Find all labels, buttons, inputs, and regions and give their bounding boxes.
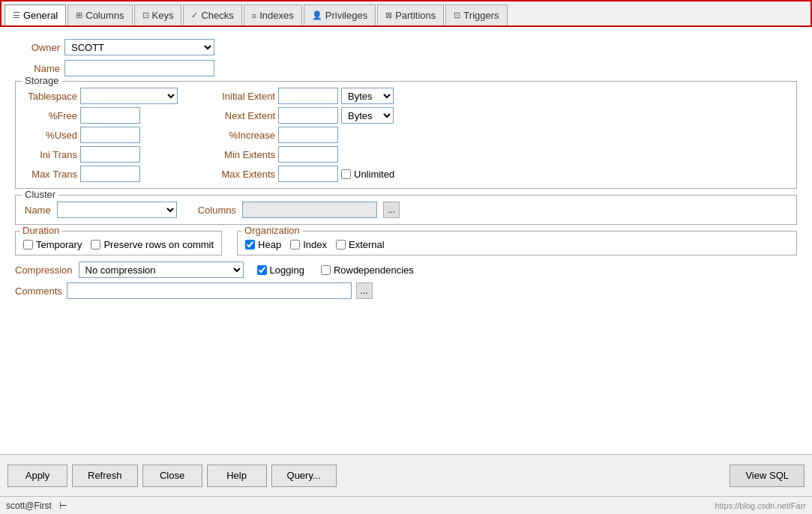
index-checkbox[interactable] — [290, 240, 300, 250]
tablespace-row: Tablespace — [25, 88, 178, 104]
owner-label: Owner — [15, 42, 60, 53]
index-row: Index — [290, 239, 327, 250]
cluster-columns-ellipsis[interactable]: ... — [383, 202, 400, 218]
temporary-label: Temporary — [36, 239, 82, 250]
maxtrans-input[interactable] — [80, 166, 140, 182]
privileges-icon: 👤 — [312, 10, 322, 20]
compression-row: Compression No compression Basic OLTP Qu… — [15, 261, 797, 278]
tab-general[interactable]: ☰ General — [4, 4, 66, 25]
min-extents-row: Min Extents — [208, 146, 394, 163]
keys-icon: ⊡ — [142, 10, 149, 20]
logging-checkbox[interactable] — [257, 265, 267, 275]
status-pin-icon: ⊢ — [59, 501, 67, 511]
query-button[interactable]: Query... — [271, 465, 337, 487]
tab-triggers[interactable]: ⊡ Triggers — [445, 4, 507, 25]
comments-ellipsis[interactable]: ... — [356, 282, 373, 299]
next-extent-input[interactable] — [278, 107, 338, 124]
organization-box: Organization Heap Index External — [237, 231, 797, 256]
initial-extent-label: Initial Extent — [208, 91, 275, 102]
initrans-row: Ini Trans — [25, 146, 178, 163]
checks-icon: ✓ — [191, 10, 198, 20]
temporary-checkbox[interactable] — [23, 240, 33, 250]
heap-checkbox[interactable] — [245, 240, 255, 250]
external-checkbox[interactable] — [336, 240, 346, 250]
cluster-row: Name Columns ... — [25, 202, 787, 218]
unlimited-checkbox[interactable] — [341, 169, 351, 179]
unlimited-row: Unlimited — [341, 169, 394, 180]
unlimited-label: Unlimited — [354, 169, 394, 180]
next-extent-unit[interactable]: BytesKBMBGB — [341, 107, 394, 124]
name-row: Name — [15, 60, 797, 76]
close-button[interactable]: Close — [142, 465, 202, 487]
pctincrease-label: %Increase — [208, 130, 275, 141]
max-extents-row: Max Extents Unlimited — [208, 166, 394, 182]
storage-title: Storage — [22, 75, 62, 86]
tab-indexes[interactable]: ≡ Indexes — [244, 4, 302, 25]
dur-org-row: Duration Temporary Preserve rows on comm… — [15, 231, 797, 256]
tablespace-label: Tablespace — [25, 91, 77, 102]
status-bar: scott@First ⊢ https://blog.csdn.net/Farr — [0, 496, 812, 514]
comments-label: Comments — [15, 285, 62, 297]
cluster-columns-label: Columns — [198, 205, 236, 216]
tablespace-select[interactable] — [80, 88, 178, 104]
maxtrans-row: Max Trans — [25, 166, 178, 182]
preserve-row: Preserve rows on commit — [91, 239, 214, 250]
pctfree-row: %Free — [25, 107, 178, 124]
next-extent-row: Next Extent BytesKBMBGB — [208, 107, 394, 124]
min-extents-input[interactable] — [278, 146, 338, 163]
logging-label: Logging — [270, 264, 304, 276]
tab-keys[interactable]: ⊡ Keys — [134, 4, 182, 25]
initrans-label: Ini Trans — [25, 149, 77, 160]
storage-section: Storage Tablespace %Free %Used — [15, 81, 797, 189]
max-extents-label: Max Extents — [208, 169, 275, 180]
apply-button[interactable]: Apply — [7, 465, 67, 487]
name-label: Name — [15, 63, 60, 74]
button-bar: Apply Refresh Close Help Query... View S… — [0, 454, 812, 496]
preserve-checkbox[interactable] — [91, 240, 100, 250]
external-label: External — [349, 239, 385, 250]
pctused-input[interactable] — [80, 127, 140, 143]
initial-extent-unit[interactable]: BytesKBMBGB — [341, 88, 394, 104]
triggers-icon: ⊡ — [454, 10, 460, 20]
rowdependencies-row: Rowdependencies — [321, 264, 414, 276]
general-icon: ☰ — [13, 10, 20, 20]
storage-left-col: Tablespace %Free %Used Ini Trans — [25, 88, 178, 182]
maxtrans-label: Max Trans — [25, 169, 77, 180]
tab-partitions[interactable]: ⊠ Partitions — [377, 4, 444, 25]
partitions-icon: ⊠ — [385, 10, 392, 20]
pctfree-input[interactable] — [80, 107, 140, 124]
rowdependencies-label: Rowdependencies — [334, 264, 414, 276]
duration-box: Duration Temporary Preserve rows on comm… — [15, 231, 222, 256]
next-extent-label: Next Extent — [208, 110, 275, 121]
view-sql-button[interactable]: View SQL — [730, 465, 805, 487]
tab-columns[interactable]: ⊞ Columns — [67, 4, 132, 25]
heap-label: Heap — [258, 239, 281, 250]
preserve-label: Preserve rows on commit — [103, 239, 214, 250]
max-extents-input[interactable] — [278, 166, 338, 182]
pctincrease-input[interactable] — [278, 127, 338, 143]
name-input[interactable] — [64, 60, 214, 76]
pctused-row: %Used — [25, 127, 178, 143]
cluster-name-select[interactable] — [57, 202, 177, 218]
compression-select[interactable]: No compression Basic OLTP Query Low Quer… — [79, 261, 244, 278]
rowdependencies-checkbox[interactable] — [321, 265, 331, 275]
logging-row: Logging — [257, 264, 304, 276]
refresh-button[interactable]: Refresh — [72, 465, 138, 487]
tab-checks[interactable]: ✓ Checks — [183, 4, 241, 25]
cluster-name-label: Name — [25, 205, 51, 216]
cluster-section: Cluster Name Columns ... — [15, 195, 797, 225]
index-label: Index — [303, 239, 327, 250]
cluster-title: Cluster — [22, 189, 58, 200]
cluster-columns-input[interactable] — [242, 202, 377, 218]
pctincrease-row: %Increase — [208, 127, 394, 143]
initial-extent-row: Initial Extent BytesKBMBGB — [208, 88, 394, 104]
help-button[interactable]: Help — [207, 465, 267, 487]
initial-extent-input[interactable] — [278, 88, 338, 104]
content-area: Owner SCOTT Name Storage Tablespace — [0, 27, 812, 454]
initrans-input[interactable] — [80, 146, 140, 163]
pctused-label: %Used — [25, 130, 77, 141]
owner-select[interactable]: SCOTT — [64, 39, 214, 55]
comments-input[interactable] — [67, 282, 352, 299]
tab-privileges[interactable]: 👤 Privileges — [304, 4, 376, 25]
owner-row: Owner SCOTT — [15, 39, 797, 55]
